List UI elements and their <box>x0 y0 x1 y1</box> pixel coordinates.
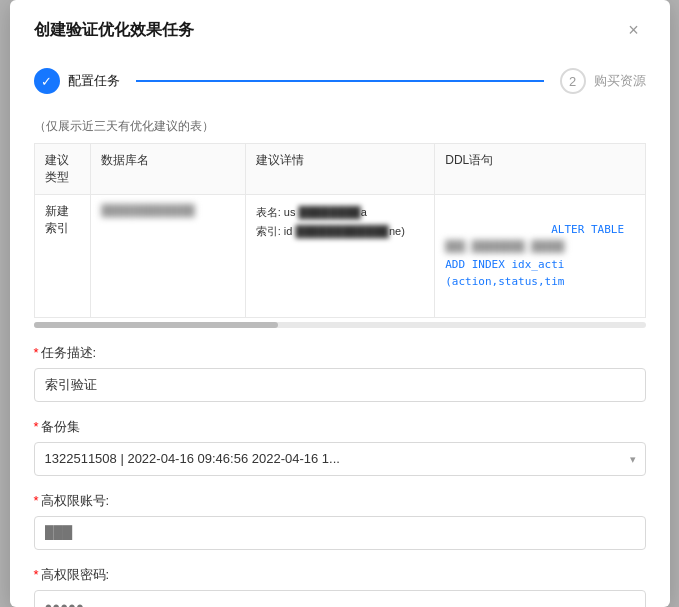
col-header-type: 建议 类型 <box>34 144 91 195</box>
step-2: 2 购买资源 <box>560 68 646 94</box>
password-input[interactable] <box>34 590 646 607</box>
step-1-check-icon: ✓ <box>41 74 52 89</box>
task-desc-label: *任务描述: <box>34 344 646 362</box>
recommendations-table: 建议 类型 数据库名 建议详情 DDL语句 新建索引 ████████████ <box>34 143 646 318</box>
backup-label-text: 备份集 <box>41 419 80 434</box>
form-password: *高权限密码: <box>34 566 646 607</box>
step-2-circle: 2 <box>560 68 586 94</box>
modal-header: 创建验证优化效果任务 × <box>10 0 670 56</box>
account-input[interactable] <box>34 516 646 550</box>
ddl-line3: ADD INDEX idx_acti <box>445 258 564 271</box>
task-desc-label-text: 任务描述: <box>41 345 97 360</box>
table-scrollbar-thumb <box>34 322 279 328</box>
account-label: *高权限账号: <box>34 492 646 510</box>
row-detail-indexname: ████████████ <box>295 222 389 241</box>
row-ddl-text: ALTER TABLE ███_████████_█████ ADD INDEX… <box>445 203 634 309</box>
modal-body: ✓ 配置任务 2 购买资源 （仅展示近三天有优化建议的表） 建议 类型 数据库名 <box>10 56 670 607</box>
step-line <box>136 80 544 82</box>
ddl-line2: ███_████████_█████ <box>445 240 564 253</box>
password-label-text: 高权限密码: <box>41 567 110 582</box>
row-detail: 表名: us ████████a 索引: id ████████████ne) <box>245 195 435 318</box>
step-1-label: 配置任务 <box>68 72 120 90</box>
step-1: ✓ 配置任务 <box>34 68 120 94</box>
row-type: 新建索引 <box>34 195 91 318</box>
step-2-number: 2 <box>569 74 576 89</box>
modal-container: 创建验证优化效果任务 × ✓ 配置任务 2 购买资源 （仅展示近三天有优化建议的… <box>10 0 670 607</box>
task-desc-input[interactable] <box>34 368 646 402</box>
row-db-value: ████████████ <box>101 204 195 216</box>
steps-bar: ✓ 配置任务 2 购买资源 <box>34 56 646 102</box>
table-wrapper: 建议 类型 数据库名 建议详情 DDL语句 新建索引 ████████████ <box>34 143 646 318</box>
required-star-1: * <box>34 345 39 360</box>
close-button[interactable]: × <box>622 18 646 42</box>
backup-label: *备份集 <box>34 418 646 436</box>
form-account: *高权限账号: <box>34 492 646 550</box>
row-detail-line2: 索引: id ████████████ne) <box>256 222 425 241</box>
table-note: （仅展示近三天有优化建议的表） <box>34 118 646 135</box>
form-backup: *备份集 1322511508 | 2022-04-16 09:46:56 20… <box>34 418 646 476</box>
account-label-text: 高权限账号: <box>41 493 110 508</box>
step-1-circle: ✓ <box>34 68 60 94</box>
step-2-label: 购买资源 <box>594 72 646 90</box>
col-header-ddl: DDL语句 <box>435 144 645 195</box>
required-star-3: * <box>34 493 39 508</box>
form-task-desc: *任务描述: <box>34 344 646 402</box>
required-star-4: * <box>34 567 39 582</box>
row-detail-line1: 表名: us ████████a <box>256 203 425 222</box>
table-row: 新建索引 ████████████ 表名: us ████████a 索引: i… <box>34 195 645 318</box>
row-type-label: 新建索引 <box>45 204 69 235</box>
row-db: ████████████ <box>91 195 245 318</box>
ddl-line1: ALTER TABLE <box>551 223 624 236</box>
modal-title: 创建验证优化效果任务 <box>34 20 194 41</box>
col-header-db: 数据库名 <box>91 144 245 195</box>
backup-select-wrap: 1322511508 | 2022-04-16 09:46:56 2022-04… <box>34 442 646 476</box>
row-detail-tablename: ████████ <box>298 203 360 222</box>
backup-select[interactable]: 1322511508 | 2022-04-16 09:46:56 2022-04… <box>34 442 646 476</box>
password-label: *高权限密码: <box>34 566 646 584</box>
required-star-2: * <box>34 419 39 434</box>
row-ddl: ALTER TABLE ███_████████_█████ ADD INDEX… <box>435 195 645 318</box>
col-header-detail: 建议详情 <box>245 144 435 195</box>
table-scrollbar[interactable] <box>34 322 646 328</box>
ddl-line4: (action,status,tim <box>445 275 564 288</box>
